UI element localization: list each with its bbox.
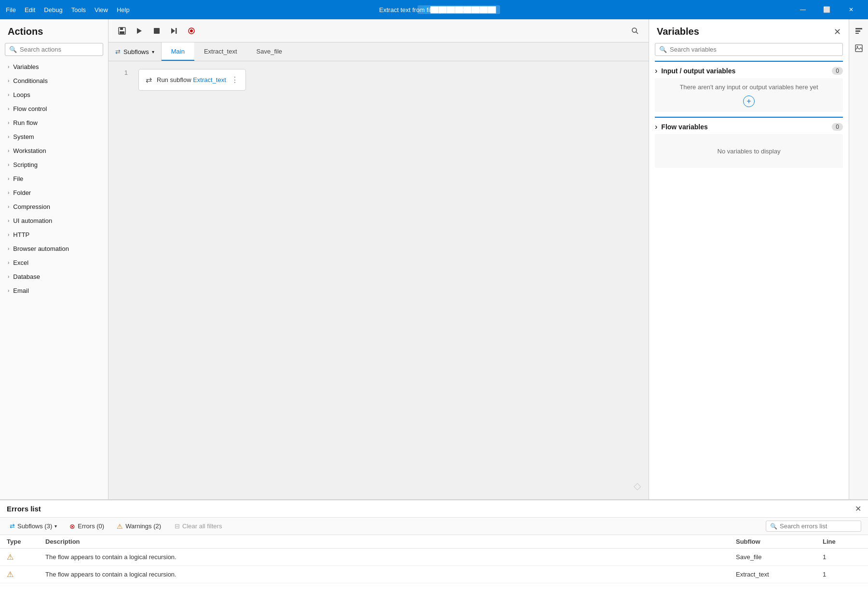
next-button[interactable] [166, 23, 182, 39]
row-line: 1 [823, 571, 861, 578]
search-icon: 🔍 [770, 523, 777, 530]
row-subflow: Save_file [736, 553, 823, 561]
action-item-system[interactable]: › System [0, 130, 108, 144]
menu-edit[interactable]: Edit [25, 6, 35, 14]
action-item-email[interactable]: › Email [0, 284, 108, 298]
svg-rect-13 [855, 33, 859, 34]
action-label: Run flow [13, 119, 38, 126]
stop-button[interactable] [149, 23, 164, 39]
canvas-area: 1 ⇄ Run subflow Extract_text ⋮ ◇ [108, 61, 649, 499]
errors-filter-label: Errors (0) [78, 522, 104, 530]
action-item-flow-control[interactable]: › Flow control [0, 102, 108, 116]
action-item-workstation[interactable]: › Workstation [0, 144, 108, 158]
action-item-excel[interactable]: › Excel [0, 256, 108, 270]
errors-search-box[interactable]: 🔍 [766, 521, 861, 532]
action-item-browser-automation[interactable]: › Browser automation [0, 242, 108, 256]
tab-save-file[interactable]: Save_file [247, 42, 292, 61]
diamond-icon: ◇ [634, 480, 641, 492]
menu-bar: File Edit Debug Tools View Help [6, 6, 130, 14]
action-item-compression[interactable]: › Compression [0, 200, 108, 214]
action-item-loops[interactable]: › Loops [0, 88, 108, 102]
action-item-variables[interactable]: › Variables [0, 60, 108, 74]
action-item-database[interactable]: › Database [0, 270, 108, 284]
flow-item-link[interactable]: Extract_text [193, 76, 226, 83]
record-button[interactable] [184, 23, 199, 39]
action-item-folder[interactable]: › Folder [0, 186, 108, 200]
variables-close-button[interactable]: ✕ [834, 27, 841, 37]
chevron-down-icon: › [655, 123, 657, 131]
tab-extract-text[interactable]: Extract_text [194, 42, 247, 61]
chevron-right-icon: › [8, 134, 9, 139]
action-item-http[interactable]: › HTTP [0, 228, 108, 242]
action-label: Compression [13, 203, 50, 210]
action-item-run-flow[interactable]: › Run flow [0, 116, 108, 130]
titlebar: File Edit Debug Tools View Help Extract … [0, 0, 868, 19]
action-item-scripting[interactable]: › Scripting [0, 158, 108, 172]
menu-tools[interactable]: Tools [71, 6, 86, 14]
action-label: Scripting [13, 161, 38, 168]
action-item-conditionals[interactable]: › Conditionals [0, 74, 108, 88]
chevron-right-icon: › [8, 232, 9, 237]
input-output-header[interactable]: › Input / output variables 0 [655, 62, 843, 78]
close-button[interactable]: ✕ [840, 2, 862, 17]
chevron-right-icon: › [8, 260, 9, 265]
table-row[interactable]: ⚠ The flow appears to contain a logical … [0, 549, 868, 566]
minimize-button[interactable]: — [792, 2, 814, 17]
svg-point-15 [856, 46, 858, 48]
svg-point-9 [632, 28, 637, 32]
actions-search-box[interactable]: 🔍 [5, 43, 103, 56]
subflows-label: Subflows [123, 48, 149, 55]
menu-help[interactable]: Help [117, 6, 130, 14]
svg-rect-11 [855, 28, 862, 29]
variables-sidebar-icon[interactable] [851, 23, 867, 39]
chevron-down-icon: ▾ [152, 49, 154, 55]
clear-filters-button[interactable]: ⊟ Clear all filters [171, 521, 226, 531]
menu-view[interactable]: View [95, 6, 108, 14]
chevron-right-icon: › [8, 204, 9, 209]
subflows-dropdown[interactable]: ⇄ Subflows ▾ [108, 42, 162, 61]
flow-variables-header[interactable]: › Flow variables 0 [655, 118, 843, 134]
flow-item[interactable]: ⇄ Run subflow Extract_text ⋮ [138, 69, 246, 91]
action-item-ui-automation[interactable]: › UI automation [0, 214, 108, 228]
action-label: Folder [13, 189, 31, 196]
errors-panel: Errors list ✕ ⇄ Subflows (3) ▾ ⊗ Errors … [0, 499, 868, 591]
warnings-filter-button[interactable]: ⚠ Warnings (2) [114, 521, 164, 532]
action-item-file[interactable]: › File [0, 172, 108, 186]
right-sidebar [849, 19, 868, 499]
search-actions-input[interactable] [20, 46, 99, 53]
run-subflow-icon: ⇄ [146, 75, 152, 84]
errors-title: Errors list [7, 505, 41, 513]
maximize-button[interactable]: ⬜ [816, 2, 838, 17]
error-icon: ⊗ [69, 522, 75, 530]
menu-debug[interactable]: Debug [44, 6, 62, 14]
variables-search-box[interactable]: 🔍 [655, 43, 843, 56]
chevron-right-icon: › [8, 246, 9, 251]
action-label: File [13, 175, 23, 182]
subflows-filter-button[interactable]: ⇄ Subflows (3) ▾ [7, 521, 60, 531]
run-button[interactable] [132, 23, 147, 39]
row-line: 1 [823, 553, 861, 561]
chevron-right-icon: › [8, 120, 9, 125]
tab-main[interactable]: Main [162, 42, 194, 61]
subflow-icon: ⇄ [10, 522, 15, 530]
chevron-right-icon: › [8, 190, 9, 195]
search-variables-input[interactable] [670, 46, 839, 53]
center-panel: ⇄ Subflows ▾ Main Extract_text Save_file… [108, 19, 649, 499]
canvas-search-button[interactable] [627, 23, 643, 39]
images-sidebar-icon[interactable] [851, 41, 867, 56]
menu-file[interactable]: File [6, 6, 16, 14]
action-label: Flow control [13, 105, 47, 112]
errors-header: Errors list ✕ [0, 500, 868, 518]
table-row[interactable]: ⚠ The flow appears to contain a logical … [0, 566, 868, 583]
flow-item-menu-button[interactable]: ⋮ [231, 75, 239, 84]
action-label: Browser automation [13, 245, 69, 252]
action-label: HTTP [13, 231, 29, 238]
search-errors-input[interactable] [780, 522, 857, 530]
input-output-title: Input / output variables [661, 67, 828, 75]
errors-filter-button[interactable]: ⊗ Errors (0) [67, 521, 107, 532]
save-button[interactable] [114, 23, 130, 39]
errors-close-button[interactable]: ✕ [855, 504, 861, 513]
chevron-right-icon: › [8, 78, 9, 83]
errors-table-header: Type Description Subflow Line [0, 535, 868, 549]
add-variable-button[interactable]: + [743, 96, 755, 107]
